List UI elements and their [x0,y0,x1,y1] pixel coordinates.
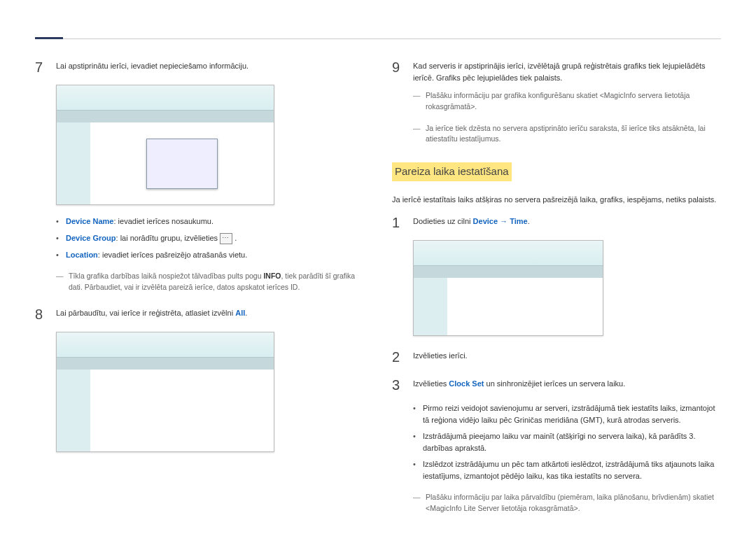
step-text: Kad serveris ir apstiprinājis ierīci, iz… [413,57,721,83]
screenshot-step1 [413,240,603,336]
step-text: Izvēlieties Clock Set un sinhronizējiet … [413,374,721,395]
screenshot-step8 [56,332,274,452]
step-number: 3 [392,374,413,395]
step-text: Izvēlieties ierīci. [413,346,721,367]
note-9a: Plašāku informāciju par grafika konfigur… [426,90,721,113]
note-9b: Ja ierīce tiek dzēsta no servera apstipr… [426,123,721,146]
header-accent [35,37,63,39]
step-number: 7 [35,57,56,78]
screenshot-step7 [56,85,274,205]
step-1: 1 Dodieties uz cilni Device → Time. [392,212,721,233]
screenshot-sidebar [57,370,90,451]
screenshot-toolbar [414,266,603,279]
bullet-device-group: Device Group: lai norādītu grupu, izvēli… [56,232,364,244]
bullet: Izslēdzot izstrādājumu un pēc tam atkārt… [413,458,721,482]
screenshot-body [447,278,603,335]
step-8: 8 Lai pārbaudītu, vai ierīce ir reģistrē… [35,304,364,325]
label: Device Group [66,234,116,242]
time-bullets: Pirmo reizi veidojot savienojumu ar serv… [413,402,721,482]
step-text: Lai pārbaudītu, vai ierīce ir reģistrēta… [56,304,364,325]
step-2: 2 Izvēlieties ierīci. [392,346,721,367]
note-last: Plašāku informāciju par laika pārvaldību… [426,492,721,514]
screenshot-titlebar [57,332,274,358]
text: : ievadiet ierīces pašreizējo atrašanās … [98,251,247,259]
screenshot-sidebar [57,122,90,204]
screenshot-dialog [146,139,218,189]
label: Location [66,251,98,259]
screenshot-body [90,370,274,451]
right-column: 9 Kad serveris ir apstiprinājis ierīci, … [392,57,721,525]
step-number: 9 [392,57,413,83]
screenshot-toolbar [57,111,274,123]
ellipsis-icon [220,233,232,244]
page-header [35,0,721,39]
step-number: 1 [392,212,413,233]
screenshot-toolbar [57,358,274,370]
step-3: 3 Izvēlieties Clock Set un sinhronizējie… [392,374,721,395]
screenshot-titlebar [414,241,603,266]
bullet-device-name: Device Name: ievadiet ierīces nosaukumu. [56,216,364,227]
text: : lai norādītu grupu, izvēlieties [116,234,220,242]
step-7: 7 Lai apstiprinātu ierīci, ievadiet nepi… [35,57,364,78]
bullet: Izstrādājumā pieejamo laiku var mainīt (… [413,430,721,454]
screenshot-sidebar [414,278,447,335]
step-text: Dodieties uz cilni Device → Time. [413,212,721,233]
step-number: 2 [392,346,413,367]
section-time: Pareiza laika iestatīšana [392,162,721,188]
step-9: 9 Kad serveris ir apstiprinājis ierīci, … [392,57,721,83]
screenshot-body [90,122,274,204]
text: : ievadiet ierīces nosaukumu. [114,217,214,225]
left-column: 7 Lai apstiprinātu ierīci, ievadiet nepi… [35,57,364,525]
bullet: Pirmo reizi veidojot savienojumu ar serv… [413,402,721,426]
step-number: 8 [35,304,56,325]
screenshot-titlebar [57,85,274,111]
bullet-location: Location: ievadiet ierīces pašreizējo at… [56,249,364,261]
step-text: Lai apstiprinātu ierīci, ievadiet nepiec… [56,57,364,78]
page: 7 Lai apstiprinātu ierīci, ievadiet nepi… [0,0,756,534]
label: Device Name [66,217,114,225]
note-step7: Tīkla grafika darbības laikā nospiežot t… [69,271,364,293]
content-columns: 7 Lai apstiprinātu ierīci, ievadiet nepi… [35,57,721,525]
section-heading: Pareiza laika iestatīšana [392,162,512,181]
section-intro: Ja ierīcē iestatītais laiks atšķiras no … [392,194,721,206]
step7-bullets: Device Name: ievadiet ierīces nosaukumu.… [56,216,364,260]
